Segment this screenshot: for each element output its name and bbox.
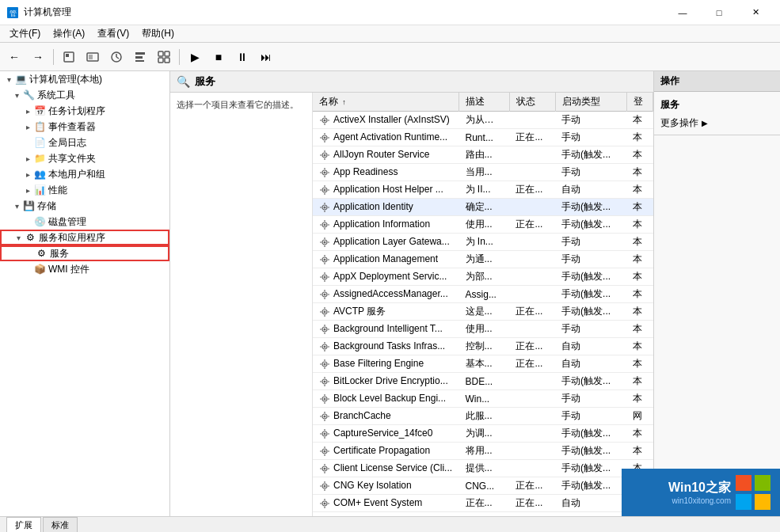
- menu-item-f[interactable]: 文件(F): [3, 25, 47, 43]
- table-row[interactable]: AllJoyn Router Service路由...手动(触发...本: [313, 146, 653, 164]
- table-row[interactable]: Base Filtering Engine基本...正在...自动本: [313, 355, 653, 373]
- service-icon: [319, 463, 330, 474]
- table-row[interactable]: AVCTP 服务这是...正在...手动(触发...本: [313, 303, 653, 321]
- toolbar-btn-2[interactable]: [82, 46, 104, 68]
- tree-item-6[interactable]: ▸👥本地用户和组: [0, 166, 169, 182]
- table-row[interactable]: AssignedAccessManager...Assig...手动(触发...…: [313, 286, 653, 303]
- tree-expand-icon[interactable]: [22, 216, 33, 227]
- tree-item-icon: ⚙: [24, 231, 36, 244]
- table-row[interactable]: App Readiness当用...手动本: [313, 164, 653, 181]
- service-startup-cell: 手动: [555, 164, 626, 181]
- services-panel: 🔍 服务 选择一个项目来查看它的描述。 名称 ↑ 描述 状态 启动类型 登: [170, 71, 653, 516]
- back-button[interactable]: ←: [3, 46, 25, 68]
- tab-extend[interactable]: 扩展: [6, 517, 41, 533]
- svg-point-65: [324, 258, 326, 260]
- tree-item-9[interactable]: 💿磁盘管理: [0, 214, 169, 230]
- play-button[interactable]: ▶: [184, 46, 206, 68]
- tree-item-0[interactable]: ▾💻计算机管理(本地): [0, 71, 169, 87]
- maximize-button[interactable]: □: [701, 0, 737, 25]
- tree-item-7[interactable]: ▸📊性能: [0, 182, 169, 198]
- table-row[interactable]: Application Layer Gatewa...为 In...手动本: [313, 234, 653, 251]
- more-actions-button[interactable]: 更多操作 ▶: [660, 115, 774, 131]
- service-startup-cell: 手动(触发...: [555, 460, 626, 477]
- toolbar-btn-1[interactable]: [58, 46, 80, 68]
- table-row[interactable]: AppX Deployment Servic...为部...手动(触发...本: [313, 268, 653, 286]
- table-row[interactable]: Background Intelligent T...使用...手动本: [313, 321, 653, 338]
- col-status[interactable]: 状态: [509, 93, 555, 112]
- table-row[interactable]: Agent Activation Runtime...Runt...正在...手…: [313, 129, 653, 146]
- service-startup-cell: 手动: [555, 112, 626, 129]
- service-startup-cell: 自动: [555, 495, 626, 512]
- table-row[interactable]: ActiveX Installer (AxInstSV)为从…手动本: [313, 112, 653, 129]
- close-button[interactable]: ✕: [737, 0, 774, 25]
- menu-item-v[interactable]: 查看(V): [91, 25, 135, 43]
- tab-standard[interactable]: 标准: [43, 517, 78, 533]
- tree-item-2[interactable]: ▸📅任务计划程序: [0, 103, 169, 119]
- tree-expand-icon[interactable]: ▸: [22, 153, 33, 164]
- table-row[interactable]: Block Level Backup Engi...Win...手动本: [313, 390, 653, 408]
- tree-expand-icon[interactable]: ▸: [22, 105, 33, 116]
- tree-expand-icon[interactable]: ▾: [13, 232, 24, 243]
- tree-expand-icon[interactable]: ▸: [22, 169, 33, 180]
- svg-point-107: [324, 380, 326, 382]
- tree-expand-icon[interactable]: ▾: [11, 89, 22, 101]
- menu-item-h[interactable]: 帮助(H): [135, 25, 181, 43]
- app-icon: 管: [6, 6, 19, 19]
- service-startup-cell: 手动(触发...: [555, 373, 626, 390]
- col-login[interactable]: 登: [626, 93, 653, 112]
- tree-item-3[interactable]: ▸📋事件查看器: [0, 119, 169, 135]
- tree-expand-icon[interactable]: [24, 248, 35, 259]
- tree-item-5[interactable]: ▸📁共享文件夹: [0, 150, 169, 166]
- tree-item-4[interactable]: 📄全局日志: [0, 135, 169, 150]
- table-row[interactable]: BitLocker Drive Encryptio...BDE...手动(触发.…: [313, 373, 653, 390]
- services-table-container[interactable]: 名称 ↑ 描述 状态 启动类型 登 ActiveX Installer (AxI…: [313, 93, 653, 516]
- service-desc-cell: Win...: [459, 390, 510, 408]
- service-name-cell: AllJoyn Router Service: [313, 146, 459, 164]
- pause-button[interactable]: ⏸: [231, 46, 253, 68]
- toolbar-btn-5[interactable]: [153, 46, 175, 68]
- service-desc-cell: 此服...: [459, 408, 510, 425]
- table-row[interactable]: Application Information使用...正在...手动(触发..…: [313, 216, 653, 234]
- svg-point-137: [324, 467, 326, 469]
- table-row[interactable]: CNG Key IsolationCNG...正在...手动(触发...本: [313, 477, 653, 495]
- svg-rect-156: [736, 494, 751, 510]
- service-status-cell: 正在...: [509, 216, 555, 234]
- toolbar-btn-3[interactable]: [105, 46, 127, 68]
- table-row[interactable]: CaptureService_14fce0为调...手动(触发...本: [313, 425, 653, 443]
- tree-expand-icon[interactable]: [22, 264, 33, 275]
- status-bar: 扩展 标准: [0, 516, 780, 532]
- table-row[interactable]: BranchCache此服...手动网: [313, 408, 653, 425]
- tree-expand-icon[interactable]: ▸: [22, 184, 33, 196]
- service-name-cell: Background Intelligent T...: [313, 321, 459, 338]
- tree-item-1[interactable]: ▾🔧系统工具: [0, 87, 169, 103]
- table-row[interactable]: Application Identity确定...手动(触发...本: [313, 199, 653, 216]
- forward-button[interactable]: →: [27, 46, 49, 68]
- svg-rect-157: [755, 494, 770, 510]
- table-row[interactable]: Background Tasks Infras...控制...正在...自动本: [313, 338, 653, 355]
- table-row[interactable]: Certificate Propagation将用...手动(触发...本: [313, 443, 653, 460]
- minimize-button[interactable]: —: [664, 0, 701, 25]
- col-name[interactable]: 名称 ↑: [313, 93, 459, 112]
- table-row[interactable]: Application Host Helper ...为 II...正在...自…: [313, 181, 653, 199]
- tree-item-11[interactable]: ⚙服务: [0, 245, 169, 261]
- table-row[interactable]: Client License Service (Cli...提供...手动(触发…: [313, 460, 653, 477]
- col-desc[interactable]: 描述: [459, 93, 510, 112]
- svg-point-95: [324, 345, 326, 348]
- tree-expand-icon[interactable]: ▾: [3, 74, 14, 85]
- tree-item-10[interactable]: ▾⚙服务和应用程序: [0, 230, 169, 245]
- toolbar-btn-4[interactable]: [129, 46, 151, 68]
- stop-button[interactable]: ■: [207, 46, 230, 68]
- service-startup-cell: 手动(触发...: [555, 286, 626, 303]
- table-row[interactable]: Application Management为通...手动本: [313, 251, 653, 268]
- step-button[interactable]: ⏭: [255, 46, 277, 68]
- tree-item-8[interactable]: ▾💾存储: [0, 198, 169, 214]
- svg-point-53: [324, 223, 326, 226]
- col-startup[interactable]: 启动类型: [555, 93, 626, 112]
- tree-expand-icon[interactable]: ▾: [11, 200, 22, 211]
- tree-expand-icon[interactable]: [22, 137, 33, 148]
- tree-expand-icon[interactable]: ▸: [22, 121, 33, 132]
- table-row[interactable]: COM+ Event System正在...正在...自动本: [313, 495, 653, 512]
- tree-item-12[interactable]: 📦WMI 控件: [0, 261, 169, 277]
- menu-item-a[interactable]: 操作(A): [47, 25, 91, 43]
- service-icon: [319, 289, 330, 300]
